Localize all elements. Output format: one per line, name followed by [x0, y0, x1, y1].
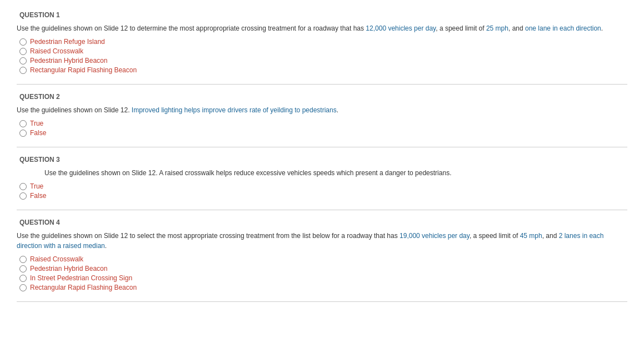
radio-q4-3[interactable]	[19, 275, 27, 282]
option-row-q4-2: Pedestrian Hybrid Beacon	[17, 265, 627, 272]
radio-q1-4[interactable]	[19, 67, 27, 74]
option-row-q1-1: Pedestrian Refuge Island	[17, 38, 627, 46]
option-label-q1-4[interactable]: Rectangular Rapid Flashing Beacon	[30, 66, 137, 74]
radio-q1-1[interactable]	[19, 38, 27, 46]
radio-q3-1[interactable]	[19, 183, 27, 190]
option-label-q4-4[interactable]: Rectangular Rapid Flashing Beacon	[30, 284, 137, 291]
quiz-container: QUESTION 1Use the guidelines shown on Sl…	[0, 0, 644, 310]
radio-q3-2[interactable]	[19, 192, 27, 200]
question-text-2: Use the guidelines shown on Slide 12. Im…	[17, 105, 627, 115]
radio-q2-1[interactable]	[19, 120, 27, 127]
option-label-q4-2[interactable]: Pedestrian Hybrid Beacon	[30, 265, 107, 272]
question-label-2: QUESTION 2	[17, 93, 627, 101]
radio-q4-4[interactable]	[19, 284, 27, 291]
option-row-q3-1: True	[17, 182, 627, 190]
option-label-q3-2[interactable]: False	[30, 192, 46, 200]
option-row-q1-2: Raised Crosswalk	[17, 47, 627, 55]
option-row-q2-2: False	[17, 129, 627, 137]
question-block-2: QUESTION 2Use the guidelines shown on Sl…	[17, 87, 627, 147]
question-label-3: QUESTION 3	[17, 156, 627, 163]
question-label-1: QUESTION 1	[17, 11, 627, 19]
question-block-4: QUESTION 4Use the guidelines shown on Sl…	[17, 213, 627, 302]
option-row-q2-1: True	[17, 120, 627, 127]
option-label-q2-2[interactable]: False	[30, 129, 46, 137]
question-text-3: Use the guidelines shown on Slide 12. A …	[17, 168, 627, 178]
radio-q2-2[interactable]	[19, 130, 27, 137]
question-text-1: Use the guidelines shown on Slide 12 to …	[17, 23, 627, 33]
question-label-4: QUESTION 4	[17, 219, 627, 226]
option-label-q1-3[interactable]: Pedestrian Hybrid Beacon	[30, 57, 107, 65]
radio-q1-2[interactable]	[19, 48, 27, 55]
option-label-q1-2[interactable]: Raised Crosswalk	[30, 47, 83, 55]
option-row-q3-2: False	[17, 192, 627, 200]
option-row-q1-3: Pedestrian Hybrid Beacon	[17, 57, 627, 65]
question-text-4: Use the guidelines shown on Slide 12 to …	[17, 231, 627, 251]
radio-q1-3[interactable]	[19, 57, 27, 65]
option-row-q4-3: In Street Pedestrian Crossing Sign	[17, 274, 627, 282]
option-row-q4-4: Rectangular Rapid Flashing Beacon	[17, 284, 627, 291]
option-label-q1-1[interactable]: Pedestrian Refuge Island	[30, 38, 105, 46]
option-row-q1-4: Rectangular Rapid Flashing Beacon	[17, 66, 627, 74]
option-row-q4-1: Raised Crosswalk	[17, 255, 627, 263]
radio-q4-1[interactable]	[19, 256, 27, 263]
option-label-q2-1[interactable]: True	[30, 120, 43, 127]
option-label-q3-1[interactable]: True	[30, 182, 43, 190]
radio-q4-2[interactable]	[19, 265, 27, 272]
question-block-3: QUESTION 3Use the guidelines shown on Sl…	[17, 150, 627, 210]
option-label-q4-1[interactable]: Raised Crosswalk	[30, 255, 83, 263]
question-block-1: QUESTION 1Use the guidelines shown on Sl…	[17, 6, 627, 85]
option-label-q4-3[interactable]: In Street Pedestrian Crossing Sign	[30, 274, 132, 282]
